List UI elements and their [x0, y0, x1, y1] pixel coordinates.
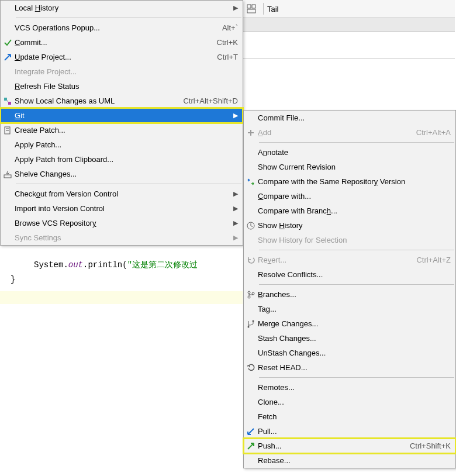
menu-item-revert: Revert... Ctrl+Alt+Z — [244, 253, 455, 267]
svg-rect-4 — [8, 102, 11, 105]
svg-rect-0 — [247, 5, 251, 8]
code-text: .println( — [83, 260, 127, 270]
menu-label: Stash Changes... — [258, 334, 451, 343]
code-field: out — [68, 260, 83, 270]
menu-label: Pull... — [258, 427, 451, 436]
menu-shortcut: Ctrl+Shift+K — [403, 441, 451, 450]
menu-label: Import into Version Control — [15, 204, 232, 213]
menu-label: Rebase... — [258, 456, 451, 465]
menu-item-merge-changes[interactable]: Merge Changes... — [244, 316, 455, 331]
menu-item-create-patch[interactable]: Create Patch... — [1, 123, 243, 137]
menu-label: Compare with the Same Repository Version — [258, 177, 451, 186]
menu-item-git[interactable]: Git ▶ — [1, 108, 243, 123]
menu-label: Commit File... — [258, 113, 451, 122]
svg-rect-3 — [4, 98, 7, 101]
svg-rect-2 — [247, 9, 255, 13]
menu-item-branches[interactable]: Branches... — [244, 287, 455, 302]
menu-label: Tag... — [258, 305, 451, 313]
patch-icon — [1, 126, 15, 134]
menu-label: Push... — [258, 441, 403, 450]
menu-item-show-history-selection: Show History for Selection — [244, 233, 455, 247]
clock-icon — [244, 222, 258, 230]
layout-icon[interactable] — [247, 4, 256, 13]
menu-label: Add — [258, 128, 409, 137]
menu-item-tag[interactable]: Tag... — [244, 302, 455, 316]
menu-label: Show Local Changes as UML — [15, 96, 176, 105]
menu-shortcut: Ctrl+Alt+Z — [409, 256, 451, 264]
menu-item-remotes[interactable]: Remotes... — [244, 380, 455, 395]
menu-item-show-local-changes-uml[interactable]: Show Local Changes as UML Ctrl+Alt+Shift… — [1, 94, 243, 108]
menu-item-compare-with[interactable]: Compare with... — [244, 189, 455, 203]
menu-item-commit[interactable]: Commit... Ctrl+K — [1, 35, 243, 50]
menu-label: Show History for Selection — [258, 236, 451, 244]
menu-item-local-history[interactable]: Local History ▶ — [1, 1, 243, 15]
compare-icon — [244, 178, 258, 186]
menu-shortcut: Ctrl+Alt+A — [409, 128, 451, 137]
menu-item-checkout-vcs[interactable]: Checkout from Version Control ▶ — [1, 187, 243, 201]
menu-item-show-history[interactable]: Show History — [244, 218, 455, 233]
menu-item-reset-head[interactable]: Reset HEAD... — [244, 360, 455, 375]
submenu-arrow-icon: ▶ — [232, 190, 238, 198]
menu-shortcut: Ctrl+K — [210, 38, 238, 47]
toolbar-tail-label[interactable]: Tail — [267, 5, 279, 13]
submenu-arrow-icon: ▶ — [232, 234, 238, 242]
menu-item-compare-branch[interactable]: Compare with Branch... — [244, 203, 455, 218]
menu-item-resolve-conflicts[interactable]: Resolve Conflicts... — [244, 267, 455, 282]
menu-separator — [16, 18, 241, 18]
menu-label: Show Current Revision — [258, 163, 451, 171]
svg-point-15 — [253, 320, 254, 322]
menu-item-rebase[interactable]: Rebase... — [244, 453, 455, 468]
menu-label: Apply Patch... — [15, 140, 238, 149]
table-blank — [243, 32, 455, 58]
submenu-arrow-icon: ▶ — [232, 219, 238, 227]
menu-label: Merge Changes... — [258, 319, 451, 328]
git-submenu: Commit File... Add Ctrl+Alt+A Annotate S… — [243, 110, 456, 468]
menu-shortcut: Alt+` — [215, 23, 238, 32]
menu-item-shelve-changes[interactable]: Shelve Changes... — [1, 167, 243, 181]
update-arrow-icon — [1, 53, 15, 61]
table-header — [243, 18, 455, 32]
menu-shortcut: Ctrl+Alt+Shift+D — [176, 96, 238, 105]
menu-label: Remotes... — [258, 383, 451, 392]
menu-item-annotate[interactable]: Annotate — [244, 145, 455, 160]
menu-item-vcs-popup[interactable]: VCS Operations Popup... Alt+` — [1, 20, 243, 35]
code-brace: } — [11, 275, 15, 284]
menu-label: Commit... — [15, 38, 210, 47]
menu-separator — [259, 284, 454, 285]
menu-label: Resolve Conflicts... — [258, 270, 451, 279]
merge-icon — [244, 320, 258, 328]
menu-item-pull[interactable]: Pull... — [244, 424, 455, 439]
menu-item-commit-file[interactable]: Commit File... — [244, 111, 455, 125]
menu-separator — [259, 142, 454, 143]
menu-item-update-project[interactable]: Update Project... Ctrl+T — [1, 50, 243, 64]
menu-item-apply-patch[interactable]: Apply Patch... — [1, 137, 243, 152]
check-icon — [1, 39, 15, 47]
menu-label: Local History — [15, 4, 232, 12]
code-text: System. — [34, 260, 68, 270]
menu-item-fetch[interactable]: Fetch — [244, 409, 455, 424]
menu-item-clone[interactable]: Clone... — [244, 395, 455, 409]
menu-item-apply-patch-clipboard[interactable]: Apply Patch from Clipboard... — [1, 152, 243, 167]
svg-point-13 — [252, 292, 254, 295]
menu-item-add: Add Ctrl+Alt+A — [244, 125, 455, 140]
menu-item-refresh-status[interactable]: Refresh File Status — [1, 79, 243, 94]
menu-label: VCS Operations Popup... — [15, 23, 215, 32]
menu-item-show-current-revision[interactable]: Show Current Revision — [244, 160, 455, 174]
submenu-arrow-icon: ▶ — [232, 205, 238, 212]
menu-label: Show History — [258, 221, 451, 230]
menu-item-stash-changes[interactable]: Stash Changes... — [244, 331, 455, 346]
code-line: System.out.println("这是第二次修改过 — [34, 260, 198, 270]
toolbar: Tail — [243, 0, 455, 18]
svg-rect-1 — [252, 5, 255, 8]
menu-label: Refresh File Status — [15, 82, 238, 91]
svg-point-11 — [248, 291, 250, 294]
menu-item-import-vcs[interactable]: Import into Version Control ▶ — [1, 201, 243, 216]
menu-item-browse-vcs-repo[interactable]: Browse VCS Repository ▶ — [1, 216, 243, 230]
submenu-arrow-icon: ▶ — [232, 4, 238, 12]
push-arrow-icon — [244, 442, 258, 450]
menu-label: Sync Settings — [15, 233, 232, 242]
menu-label: Compare with... — [258, 192, 451, 201]
menu-item-push[interactable]: Push... Ctrl+Shift+K — [244, 439, 455, 453]
menu-item-compare-same-repo[interactable]: Compare with the Same Repository Version — [244, 174, 455, 189]
menu-item-unstash-changes[interactable]: UnStash Changes... — [244, 346, 455, 360]
